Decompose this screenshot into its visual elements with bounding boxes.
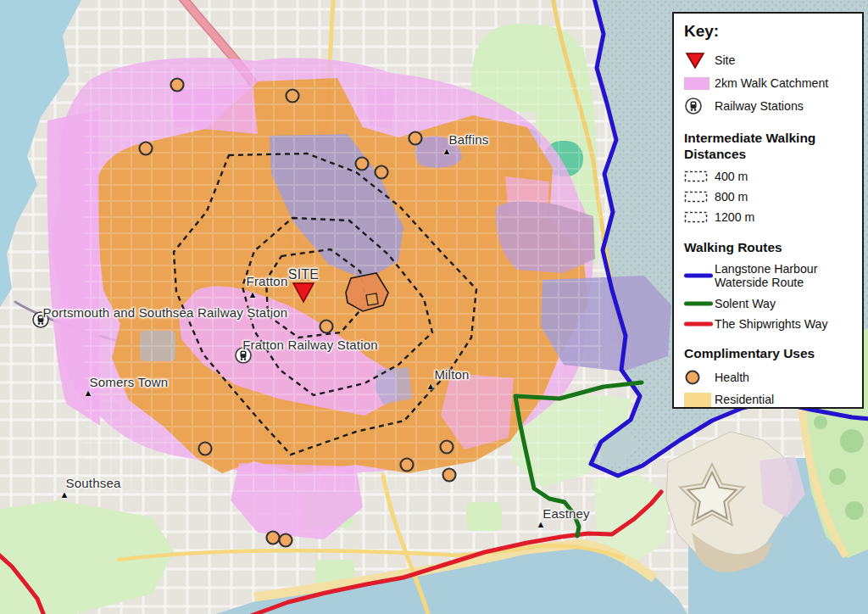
health-point <box>171 79 184 92</box>
legend-langstone-label: Langstone Harbour Waterside Route <box>715 262 850 290</box>
legend-railway-label: Railway Stations <box>715 99 804 113</box>
dashed-box-icon <box>684 170 715 182</box>
legend-distance-label: 400 m <box>715 170 748 183</box>
health-point <box>401 459 414 472</box>
legend-routes-title: Walking Routes <box>684 240 849 256</box>
health-point <box>443 469 456 482</box>
legend-site-label: Site <box>715 53 735 67</box>
dashed-box-icon <box>684 211 715 223</box>
health-point <box>280 534 292 547</box>
legend-shipwrights-label: The Shipwrights Way <box>715 317 828 331</box>
legend-item-1200m: 1200 m <box>684 210 855 224</box>
health-point <box>356 158 369 170</box>
route-line-swatch <box>684 321 715 327</box>
health-circle-icon <box>684 369 715 386</box>
legend-item-catchment: 2km Walk Catchment <box>684 76 855 90</box>
legend-item-langstone: Langstone Harbour Waterside Route <box>684 262 855 290</box>
catchment-swatch <box>684 77 715 90</box>
legend-distances-title: Intermediate Walking Distances <box>684 131 849 162</box>
legend-item-400m: 400 m <box>684 170 855 183</box>
health-point <box>140 142 153 155</box>
map-figure: SITE Baffins▲Fratton▲Portsmouth and Sout… <box>0 0 868 614</box>
legend-health-label: Health <box>715 371 749 384</box>
legend-title: Key: <box>684 22 855 41</box>
legend-item-solent: Solent Way <box>684 297 855 310</box>
health-point <box>267 532 280 544</box>
health-point <box>199 443 212 455</box>
legend-distance-label: 1200 m <box>715 210 754 224</box>
legend-solent-label: Solent Way <box>715 297 776 310</box>
legend-item-health: Health <box>684 369 855 386</box>
legend-uses-title: Complimentary Uses <box>684 346 849 362</box>
legend-catchment-label: 2km Walk Catchment <box>715 76 828 90</box>
health-point <box>441 441 453 454</box>
railway-station-icon <box>684 97 715 115</box>
health-point <box>287 90 299 103</box>
route-line-swatch <box>684 273 715 278</box>
health-point <box>376 166 388 179</box>
railway-station-icon <box>33 312 48 327</box>
legend-item-railway: Railway Stations <box>684 97 855 115</box>
legend-item-800m: 800 m <box>684 190 855 204</box>
legend-panel: Key: Site 2km Walk Catchment Railway Sta… <box>672 12 864 409</box>
legend-item-site: Site <box>684 51 855 70</box>
legend-item-shipwrights: The Shipwrights Way <box>684 317 855 331</box>
legend-residential-label: Residential <box>715 393 774 406</box>
legend-item-residential: Residential <box>684 393 855 407</box>
legend-distance-label: 800 m <box>715 190 748 204</box>
route-line-swatch <box>684 301 715 306</box>
residential-swatch <box>684 393 715 407</box>
site-triangle-icon <box>684 51 715 70</box>
health-point <box>409 132 422 145</box>
health-point <box>320 321 333 333</box>
dashed-box-icon <box>684 191 715 203</box>
railway-station-icon <box>236 348 251 363</box>
